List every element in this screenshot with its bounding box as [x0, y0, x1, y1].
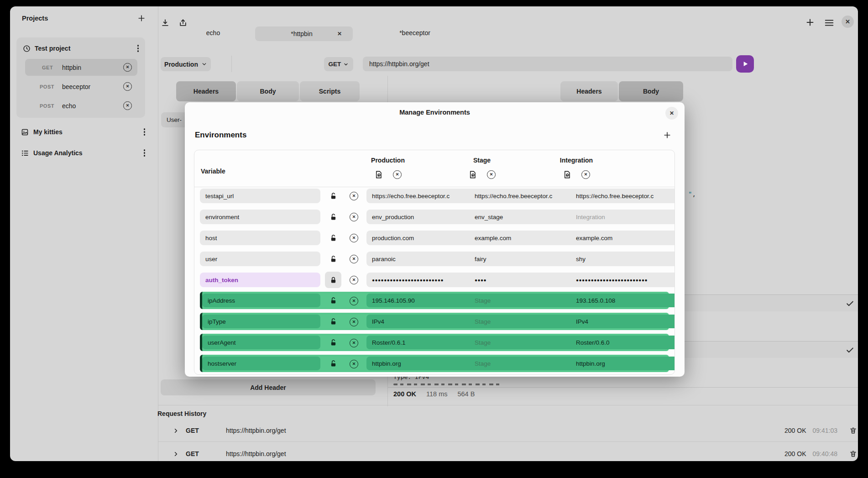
lock-toggle[interactable] — [325, 251, 341, 267]
sidebar-item-beeceptor[interactable]: POST beeceptor — [25, 78, 137, 95]
window-close-button[interactable]: ✕ — [842, 16, 854, 28]
value-input-integration[interactable]: example.com — [570, 231, 675, 245]
delete-variable-icon[interactable] — [350, 234, 358, 242]
add-header-button[interactable]: Add Header — [161, 379, 376, 395]
value-input-stage[interactable]: Stage — [469, 357, 577, 370]
tab-response-body[interactable]: Body — [619, 81, 683, 101]
kebab-menu-icon[interactable] — [144, 128, 146, 136]
value-input-stage[interactable]: env_stage — [469, 210, 577, 224]
trash-icon[interactable] — [849, 450, 857, 458]
variable-name-input[interactable]: ipType — [202, 315, 320, 328]
environment-selector[interactable]: Production — [161, 57, 211, 71]
sidebar-item-my-kitties[interactable]: My kitties — [21, 125, 148, 139]
method-selector[interactable]: GET — [324, 57, 353, 71]
tab-httpbin[interactable]: *httpbin ✕ — [255, 26, 353, 41]
value-input-stage[interactable]: Stage — [469, 315, 577, 328]
value-input-integration[interactable]: IPv4 — [570, 315, 675, 328]
delete-variable-icon[interactable] — [350, 360, 358, 368]
tab-request-body[interactable]: Body — [237, 81, 299, 101]
value-input-stage[interactable]: ●●●● — [469, 273, 577, 287]
tab-request-scripts[interactable]: Scripts — [300, 81, 360, 101]
delete-variable-icon[interactable] — [350, 318, 358, 326]
value-input-production[interactable]: production.com — [366, 231, 476, 245]
sidebar-item-echo[interactable]: POST echo — [25, 97, 137, 114]
value-input-stage[interactable]: https://echo.free.beeceptor.c — [469, 189, 577, 203]
lock-toggle[interactable] — [325, 230, 341, 246]
value-input-stage[interactable]: Stage — [469, 294, 577, 307]
variable-name-input[interactable]: user — [200, 252, 320, 266]
lock-toggle[interactable] — [325, 209, 341, 225]
chevron-right-icon[interactable] — [173, 451, 179, 457]
response-row[interactable] — [685, 341, 858, 358]
tab-echo[interactable]: echo — [186, 29, 241, 37]
sidebar-item-usage-analytics[interactable]: Usage Analytics — [21, 146, 148, 160]
delete-variable-icon[interactable] — [350, 213, 358, 221]
variable-name-input[interactable]: host — [200, 231, 320, 245]
tab-request-headers[interactable]: Headers — [176, 81, 236, 101]
duplicate-environment-icon[interactable] — [374, 170, 383, 179]
value-input-integration[interactable]: https://echo.free.beeceptor.c — [570, 189, 675, 203]
delete-variable-icon[interactable] — [350, 339, 358, 347]
value-input-production[interactable]: ●●●●●●●●●●●●●●●●●●●●●●●● — [366, 273, 476, 287]
variable-name-input[interactable]: ipAddress — [202, 294, 320, 307]
url-input[interactable]: https://httpbin.org/get — [363, 57, 732, 71]
delete-environment-icon[interactable] — [581, 170, 590, 179]
delete-variable-icon[interactable] — [350, 255, 358, 263]
export-button[interactable] — [178, 18, 188, 27]
chevron-right-icon[interactable] — [173, 427, 179, 434]
add-environment-button[interactable] — [663, 131, 672, 140]
response-row[interactable] — [685, 295, 858, 311]
value-input-stage[interactable]: example.com — [469, 231, 577, 245]
app-menu-button[interactable] — [824, 19, 834, 27]
add-project-button[interactable] — [137, 14, 146, 23]
send-request-button[interactable] — [736, 55, 754, 73]
remove-request-icon[interactable] — [123, 101, 132, 110]
delete-environment-icon[interactable] — [393, 170, 402, 179]
close-tab-icon[interactable]: ✕ — [337, 31, 353, 37]
variable-name-input[interactable]: userAgent — [202, 336, 320, 349]
kebab-menu-icon[interactable] — [144, 149, 146, 157]
variable-name-input[interactable]: environment — [200, 210, 320, 224]
lock-toggle[interactable] — [325, 188, 341, 204]
delete-environment-icon[interactable] — [487, 170, 496, 179]
kebab-menu-icon[interactable] — [137, 45, 139, 52]
value-input-production[interactable]: https://echo.free.beeceptor.c — [366, 189, 476, 203]
duplicate-environment-icon[interactable] — [563, 170, 571, 179]
delete-variable-icon[interactable] — [350, 297, 358, 305]
lock-toggle-active[interactable] — [325, 272, 341, 288]
lock-toggle[interactable] — [325, 334, 341, 351]
remove-request-icon[interactable] — [123, 82, 132, 91]
variable-name-input[interactable]: hostserver — [202, 357, 320, 370]
value-input-integration[interactable]: Roster/0.6.0 — [570, 336, 675, 349]
value-input-production[interactable]: httpbin.org — [366, 357, 476, 370]
history-row[interactable]: GET https://httpbin.org/get 200 OK 09:40… — [168, 444, 858, 461]
remove-request-icon[interactable] — [123, 63, 132, 72]
value-input-production[interactable]: env_production — [366, 210, 476, 224]
variable-name-input[interactable]: testapi_url — [200, 189, 320, 203]
delete-variable-icon[interactable] — [350, 276, 358, 284]
value-input-stage[interactable]: Stage — [469, 336, 577, 349]
value-input-production[interactable]: paranoic — [366, 252, 476, 266]
history-row[interactable]: GET https://httpbin.org/get 200 OK 09:41… — [168, 420, 858, 441]
value-input-stage[interactable]: fairy — [469, 252, 577, 266]
tab-beeceptor[interactable]: *beeceptor — [387, 29, 443, 37]
modal-close-button[interactable]: ✕ — [665, 107, 678, 120]
sidebar-item-httpbin[interactable]: GET httpbin — [25, 59, 137, 76]
value-input-production[interactable]: IPv4 — [366, 315, 476, 328]
delete-variable-icon[interactable] — [350, 192, 358, 200]
value-input-integration[interactable]: ●●●●●●●●●●●●●●●●●●●●●●●● — [570, 273, 675, 287]
lock-toggle[interactable] — [325, 292, 341, 309]
duplicate-environment-icon[interactable] — [468, 170, 477, 179]
new-tab-button[interactable] — [805, 17, 815, 27]
tab-response-headers[interactable]: Headers — [560, 81, 618, 101]
value-input-integration[interactable]: shy — [570, 252, 675, 266]
lock-toggle[interactable] — [325, 313, 341, 330]
value-input-production[interactable]: 195.146.105.90 — [366, 294, 476, 307]
variable-name-input[interactable]: auth_token — [200, 273, 320, 287]
import-button[interactable] — [161, 18, 170, 27]
value-input-integration[interactable]: 193.165.0.108 — [570, 294, 675, 307]
value-input-integration[interactable]: Integration — [570, 210, 675, 224]
lock-toggle[interactable] — [325, 355, 341, 372]
value-input-integration[interactable]: httpbin.org — [570, 357, 675, 370]
value-input-production[interactable]: Roster/0.6.1 — [366, 336, 476, 349]
